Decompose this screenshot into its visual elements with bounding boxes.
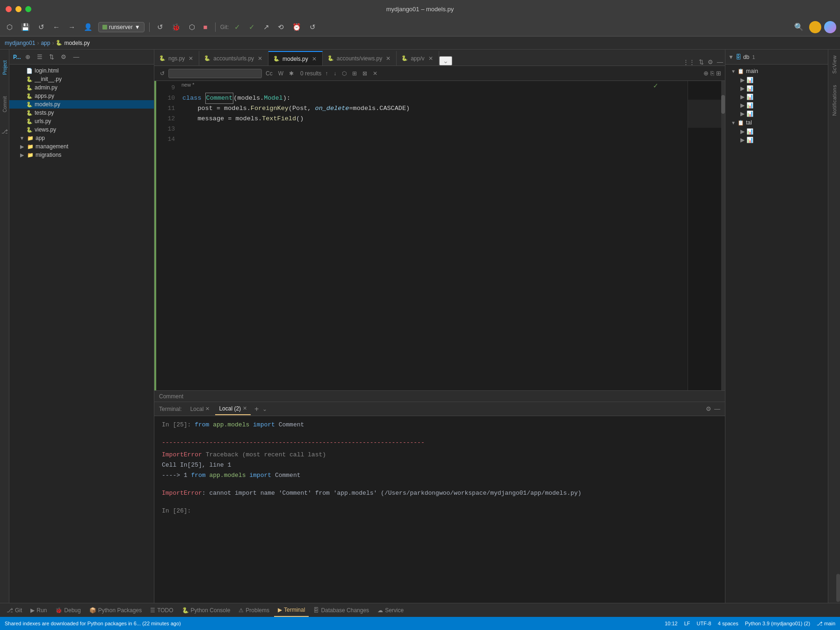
db-item-tal[interactable]: ▼ 📋 tal [725, 118, 828, 127]
status-python[interactable]: Python 3.9 (mydjango01) (2) [745, 621, 810, 626]
user-avatar[interactable] [809, 21, 821, 33]
maximize-button[interactable] [25, 6, 31, 12]
toolbar-git-history-btn[interactable]: ⏰ [290, 21, 304, 33]
search-context-btn[interactable]: ⬡ [340, 69, 348, 78]
toolbar-git-push-btn[interactable]: ↗ [261, 21, 272, 33]
tree-item-apps[interactable]: 🐍 apps.py [9, 92, 154, 100]
toolbar-build-btn[interactable]: 🐞 [169, 21, 183, 33]
db-item-main[interactable]: ▼ 📋 main [725, 66, 828, 76]
status-branch[interactable]: ⎇ main [817, 621, 835, 627]
tab-more-btn[interactable]: ⌄ [439, 56, 452, 66]
tree-item-login-html[interactable]: 📄 login.html [9, 66, 154, 75]
search-input[interactable] [168, 69, 262, 78]
bottom-tab-service[interactable]: ☁ Service [374, 604, 407, 617]
tab-accounts-urls[interactable]: 🐍 accounts/urls.py ✕ [199, 51, 268, 66]
file-tree-minimize-btn[interactable]: — [71, 52, 81, 61]
toolbar-git-refresh-btn[interactable]: ↺ [307, 21, 319, 33]
tab-settings-btn[interactable]: ⚙ [706, 59, 715, 66]
tree-item-tests[interactable]: 🐍 tests.py [9, 109, 154, 117]
terminal-close-btn[interactable]: — [714, 405, 720, 412]
search-add-btn[interactable]: ⊕ [703, 70, 709, 77]
tree-item-migrations[interactable]: ▶ 📁 migrations [9, 151, 154, 159]
minimap-scrollbar[interactable] [721, 81, 725, 390]
toolbar-reload-btn[interactable]: ↺ [154, 21, 166, 33]
toolbar-sync-btn[interactable]: ↺ [36, 21, 47, 33]
commit-tab-btn[interactable]: Commit [0, 93, 9, 116]
status-lf[interactable]: LF [684, 621, 690, 626]
db-table-tal-1[interactable]: ▶ 📊 [739, 127, 828, 136]
git2-tab-btn[interactable]: ⎇ [0, 127, 9, 136]
tab-close-app-v[interactable]: ✕ [427, 55, 434, 62]
bottom-tab-problems[interactable]: ⚠ Problems [235, 604, 273, 617]
tree-item-app-folder[interactable]: ▼ 📁 app [9, 134, 154, 142]
toolbar-git-check2-btn[interactable]: ✓ [246, 21, 258, 33]
db-expand-icon[interactable]: ▼ [728, 54, 734, 60]
tree-item-management[interactable]: ▶ 📁 management [9, 142, 154, 151]
tab-action-btn-1[interactable]: ⋮⋮ [681, 59, 697, 66]
tree-item-admin[interactable]: 🐍 admin.py [9, 83, 154, 92]
close-button[interactable] [6, 6, 12, 12]
toolbar-save-btn[interactable]: 💾 [18, 21, 33, 33]
breadcrumb-app[interactable]: app [41, 40, 50, 46]
terminal-tab-local[interactable]: Local ✕ [187, 403, 214, 415]
search-prev-btn[interactable]: ↑ [323, 69, 330, 78]
toolbar-back-btn[interactable]: ← [50, 21, 63, 33]
toolbar-forward-btn[interactable]: → [65, 21, 78, 33]
terminal-tab-local2[interactable]: Local (2) ✕ [215, 403, 251, 415]
bottom-tab-python-console[interactable]: 🐍 Python Console [178, 604, 234, 617]
toolbar-git-check-btn[interactable]: ✓ [232, 21, 243, 33]
db-table-1[interactable]: ▶ 📊 [739, 76, 828, 84]
tab-ngs-py[interactable]: 🐍 ngs.py ✕ [154, 51, 199, 66]
file-tree-sort-btn[interactable]: ⇅ [47, 52, 56, 61]
terminal-content[interactable]: In [25]: from app.models import Comment … [154, 416, 725, 603]
search-multi-btn[interactable]: ⊞ [350, 69, 359, 78]
toolbar-search-btn[interactable]: 🔍 [791, 21, 806, 33]
ai-btn[interactable] [824, 21, 836, 33]
search-case-btn[interactable]: Cc [264, 69, 275, 78]
status-spaces[interactable]: 4 spaces [718, 621, 739, 626]
search-word-btn[interactable]: W [276, 69, 285, 78]
file-tree-collapse-btn[interactable]: ☰ [35, 52, 44, 61]
terminal-settings-btn[interactable]: ⚙ [706, 405, 711, 412]
search-copy-btn[interactable]: ⎘ [710, 70, 714, 77]
db-table-2[interactable]: ▶ 📊 [739, 84, 828, 93]
tree-item-models[interactable]: 🐍 models.py [9, 100, 154, 109]
toolbar-git-undo-btn[interactable]: ⟲ [275, 21, 287, 33]
db-table-5[interactable]: ▶ 📊 [739, 110, 828, 118]
bottom-tab-db-changes[interactable]: 🗄 Database Changes [310, 604, 373, 617]
search-replace-btn[interactable]: ↺ [158, 69, 167, 78]
terminal-add-btn[interactable]: + [253, 405, 261, 413]
db-table-tal-2[interactable]: ▶ 📊 [739, 136, 828, 144]
tree-item-init[interactable]: 🐍 __init__.py [9, 75, 154, 83]
project-tab-btn[interactable]: Project [0, 53, 9, 81]
code-content[interactable]: class Comment(models.Model): post = mode… [179, 81, 688, 390]
search-replace-all-btn[interactable]: ⊠ [361, 69, 369, 78]
toolbar-new-btn[interactable]: ⬡ [4, 21, 15, 33]
bottom-tab-git[interactable]: ⎇ Git [3, 604, 26, 617]
bottom-tab-run[interactable]: ▶ Run [27, 604, 51, 617]
file-tree-settings-btn[interactable]: ⚙ [59, 52, 68, 61]
tab-close-accounts-urls[interactable]: ✕ [257, 55, 263, 62]
search-close-btn[interactable]: ✕ [371, 69, 379, 78]
search-regex-btn[interactable]: ✱ [287, 69, 296, 78]
tab-close-models[interactable]: ✕ [311, 55, 318, 63]
db-table-3[interactable]: ▶ 📊 [739, 93, 828, 101]
bottom-tab-debug[interactable]: 🐞 Debug [51, 604, 84, 617]
code-editor[interactable]: 9 10 11 12 13 14 class Comment(models.Mo… [154, 81, 725, 390]
tab-close-ngs[interactable]: ✕ [188, 55, 194, 62]
sidebar-notifications-btn[interactable]: Notifications [830, 79, 839, 121]
toolbar-run2-btn[interactable]: ⬡ [186, 21, 198, 33]
tree-item-urls[interactable]: 🐍 urls.py [9, 117, 154, 125]
bottom-tab-python-packages[interactable]: 📦 Python Packages [86, 604, 145, 617]
toolbar-stop-btn[interactable]: ■ [201, 21, 210, 33]
tree-item-views[interactable]: 🐍 views.py [9, 125, 154, 134]
tab-accounts-views[interactable]: 🐍 accounts/views.py ✕ [323, 51, 397, 66]
status-time[interactable]: 10:12 [665, 621, 678, 626]
terminal-tab-local-close[interactable]: ✕ [205, 406, 210, 412]
bottom-tab-terminal[interactable]: ▶ Terminal [274, 604, 309, 617]
run-dropdown[interactable]: runserver ▼ [98, 22, 145, 32]
search-expand-btn[interactable]: ⊞ [716, 70, 721, 77]
file-tree-add-btn[interactable]: ⊕ [23, 52, 32, 61]
minimize-button[interactable] [15, 6, 22, 12]
tab-close-accounts-views[interactable]: ✕ [385, 55, 391, 62]
